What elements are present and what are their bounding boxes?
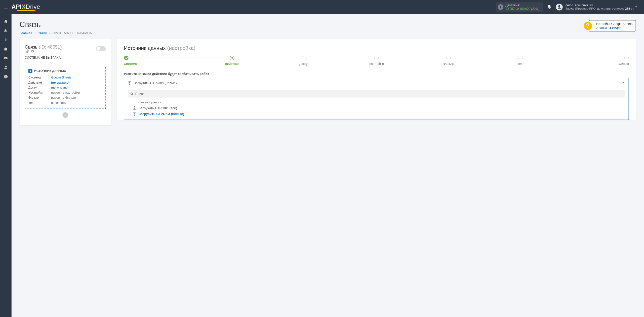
sidebar-item-briefcase[interactable] bbox=[0, 44, 12, 54]
help-title: Настройка Google Sheets bbox=[594, 22, 632, 26]
step-filter[interactable]: Фильтр bbox=[413, 56, 485, 66]
notifications-button[interactable] bbox=[547, 4, 552, 10]
avatar bbox=[556, 4, 563, 10]
source-row-access[interactable]: Доступ (не указано) bbox=[28, 86, 102, 89]
breadcrumb-connections[interactable]: Связи bbox=[38, 31, 47, 35]
connection-title: Связь (ID: 48551) bbox=[25, 44, 62, 53]
actions-of: из bbox=[515, 7, 518, 10]
connection-toggle[interactable] bbox=[96, 46, 106, 51]
chevron-up-icon bbox=[622, 81, 625, 84]
play-icon bbox=[133, 112, 136, 115]
home-icon bbox=[4, 19, 8, 23]
panel-title: Источник данных (настройка) bbox=[124, 45, 629, 51]
badge-1: 1 bbox=[28, 69, 32, 73]
source-row-filter[interactable]: Фильтр изменить фильтр bbox=[28, 96, 102, 99]
connection-subtitle: СИСТЕМА НЕ ВЫБРАНА bbox=[25, 56, 106, 62]
sidebar-item-help[interactable] bbox=[0, 72, 12, 81]
question-icon bbox=[4, 74, 8, 79]
actions-count: 22'057 bbox=[506, 7, 515, 10]
breadcrumb-current: СИСТЕМА НЕ ВЫБРАНА bbox=[52, 31, 92, 35]
main-content: ? Настройка Google Sheets Справка ■Видео… bbox=[12, 14, 644, 317]
step-action[interactable]: Действие bbox=[196, 56, 268, 66]
sidebar-item-billing[interactable] bbox=[0, 35, 12, 45]
option-all[interactable]: Загрузить СТРОКИ (все) bbox=[133, 106, 625, 110]
copy-icon[interactable] bbox=[26, 50, 29, 53]
video-icon: ■ bbox=[610, 26, 612, 29]
sidebar-item-home[interactable] bbox=[0, 17, 12, 26]
search-icon bbox=[130, 92, 133, 95]
dropdown-selected-text: Загрузить СТРОКИ (новые) bbox=[134, 81, 622, 85]
breadcrumb: Главная / Связи / СИСТЕМА НЕ ВЫБРАНА bbox=[20, 31, 636, 35]
search-input[interactable] bbox=[135, 92, 622, 96]
dollar-icon bbox=[4, 38, 8, 42]
step-test[interactable]: Тест bbox=[485, 56, 557, 66]
top-header: APIXDrive i Действия: 22'057 из 100'000 … bbox=[0, 0, 644, 14]
add-button[interactable]: + bbox=[62, 112, 68, 118]
youtube-icon bbox=[4, 56, 8, 60]
connection-card: Связь (ID: 48551) СИСТЕМА НЕ ВЫБРАНА 1 И… bbox=[20, 39, 111, 126]
actions-total: 100'000 bbox=[519, 7, 530, 10]
source-header: ИСТОЧНИК ДАННЫХ bbox=[34, 69, 66, 73]
user-icon bbox=[4, 65, 8, 69]
user-name: demo_apix-drive_s3 bbox=[566, 4, 634, 7]
briefcase-icon bbox=[4, 47, 8, 51]
page-title: Связь bbox=[20, 20, 636, 29]
main-panel: Источник данных (настройка) Система Дейс… bbox=[117, 39, 636, 120]
actions-pct: (22%) bbox=[531, 7, 540, 10]
sidebar-item-video[interactable] bbox=[0, 54, 12, 63]
bell-icon bbox=[547, 4, 552, 9]
source-row-system[interactable]: Система Google Sheets bbox=[28, 76, 102, 79]
help-question-icon[interactable]: ? bbox=[584, 22, 592, 30]
source-row-test[interactable]: Тест проверить bbox=[28, 101, 102, 105]
play-icon bbox=[128, 81, 131, 85]
actions-label: Действия: bbox=[506, 4, 540, 7]
play-icon bbox=[133, 106, 136, 110]
help-link-docs[interactable]: Справка bbox=[594, 26, 607, 29]
option-new[interactable]: Загрузить СТРОКИ (новые) bbox=[133, 112, 625, 116]
action-dropdown: Загрузить СТРОКИ (новые) - не выбрано - … bbox=[124, 78, 629, 120]
user-tariff: Тариф |Премиум PRO| до оплаты осталось 2… bbox=[566, 7, 634, 10]
stepper: Система Действие Доступ Настройки Фильтр… bbox=[124, 56, 629, 66]
left-sidebar bbox=[0, 14, 12, 317]
chevron-down-icon bbox=[634, 5, 638, 9]
sidebar-item-connections[interactable] bbox=[0, 26, 12, 35]
menu-icon bbox=[3, 4, 9, 10]
step-system[interactable]: Система bbox=[124, 56, 196, 66]
user-menu-chevron[interactable] bbox=[634, 5, 638, 10]
dropdown-label: Укажите на какое действие будет срабатыв… bbox=[124, 72, 629, 76]
dropdown-search[interactable] bbox=[128, 90, 625, 97]
option-none[interactable]: - не выбрано - bbox=[133, 100, 625, 104]
menu-button[interactable] bbox=[0, 0, 12, 14]
actions-badge[interactable]: i Действия: 22'057 из 100'000 (22%) bbox=[496, 2, 543, 12]
source-row-action[interactable]: Действие (не указано) bbox=[28, 81, 102, 84]
user-icon bbox=[557, 5, 561, 9]
gear-icon[interactable] bbox=[31, 50, 34, 53]
sitemap-icon bbox=[4, 28, 8, 33]
source-row-settings[interactable]: Настройки изменить настройки bbox=[28, 91, 102, 94]
info-icon: i bbox=[498, 4, 503, 10]
logo[interactable]: APIXDrive bbox=[12, 4, 40, 10]
step-settings[interactable]: Настройки bbox=[340, 56, 413, 66]
help-link-video[interactable]: Видео bbox=[612, 26, 621, 29]
help-popup: ? Настройка Google Sheets Справка ■Видео bbox=[584, 20, 636, 31]
source-box: 1 ИСТОЧНИК ДАННЫХ Система Google Sheets … bbox=[25, 66, 106, 109]
step-access[interactable]: Доступ bbox=[268, 56, 340, 66]
step-finish[interactable]: Финиш bbox=[557, 56, 629, 66]
sidebar-item-profile[interactable] bbox=[0, 63, 12, 72]
dropdown-toggle[interactable]: Загрузить СТРОКИ (новые) bbox=[124, 78, 629, 88]
user-menu[interactable]: demo_apix-drive_s3 Тариф |Премиум PRO| д… bbox=[556, 4, 634, 10]
breadcrumb-home[interactable]: Главная bbox=[20, 31, 32, 35]
